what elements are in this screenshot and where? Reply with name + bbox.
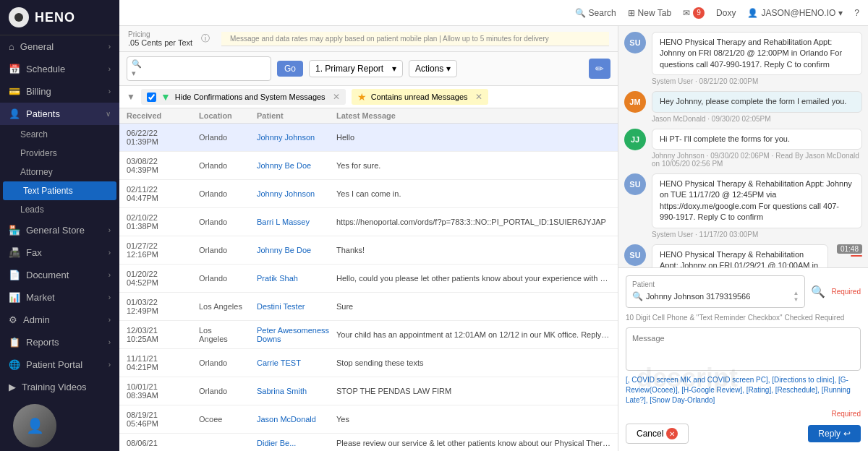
filter-hide-confirmations[interactable]: ▼ Hide Confirmations and System Messages… <box>141 89 346 105</box>
sidebar-item-search[interactable]: Search <box>0 125 119 144</box>
table-header: Received Location Patient Latest Message <box>119 108 618 124</box>
search-button[interactable]: 🔍 Search <box>575 8 616 18</box>
logo-text: HENO <box>35 10 75 25</box>
filter-expand-arrow[interactable]: ▼ <box>127 92 135 102</box>
cell-patient[interactable]: Jason McDonald <box>257 415 336 424</box>
cell-patient[interactable]: Barri L Massey <box>257 218 336 226</box>
toolbar: 🔍▾ Go 1. Primary Report ▾ Actions ▾ ✏ <box>119 52 618 86</box>
chevron-down-icon: ∨ <box>106 110 111 118</box>
calendar-icon: 📅 <box>9 64 20 74</box>
chevron-right-icon: › <box>109 249 111 257</box>
compose-button[interactable]: ✏ <box>589 59 610 79</box>
cell-date: 01/20/2204:52PM <box>127 270 199 287</box>
table-row[interactable]: 01/27/2212:16PM Orlando Johnny Be Doe Th… <box>119 236 618 265</box>
sidebar-item-admin[interactable]: ⚙Admin › <box>0 309 119 331</box>
help-icon: ? <box>854 8 859 18</box>
message-content: Hey Johnny, please complete the form I e… <box>652 91 862 122</box>
report-dropdown[interactable]: 1. Primary Report ▾ <box>309 60 403 77</box>
table-row[interactable]: 08/19/2105:46PM Ocoee Jason McDonald Yes <box>119 405 618 434</box>
new-tab-button[interactable]: ⊞ New Tab <box>628 8 671 18</box>
search-input[interactable] <box>148 64 266 73</box>
cell-location: Ocoee <box>199 415 257 424</box>
filter-unread-messages[interactable]: ★ Contains unread Messages ✕ <box>352 89 488 105</box>
cell-message: STOP THE PENDAS LAW FIRM <box>336 387 610 395</box>
compose-icon: ✏ <box>595 63 604 74</box>
document-icon: 📄 <box>9 270 20 280</box>
cell-date: 08/06/21 <box>127 439 199 447</box>
cell-patient[interactable]: Johnny Johnson <box>257 189 336 198</box>
message-textarea[interactable] <box>626 327 861 371</box>
messages-button[interactable]: ✉ 9 <box>683 7 705 19</box>
table-row[interactable]: 12/03/2110:25AM LosAngeles Peter Awesome… <box>119 321 618 349</box>
sidebar-item-document[interactable]: 📄Document › <box>0 264 119 286</box>
market-icon: 📊 <box>9 292 20 303</box>
cell-patient[interactable]: Peter Awesomeness Downs <box>257 326 336 343</box>
cell-patient[interactable]: Destini Tester <box>257 302 336 311</box>
doxy-button[interactable]: Doxy <box>716 8 736 18</box>
required-label-2: Required <box>831 410 861 418</box>
cell-patient[interactable]: Didier Be... <box>257 439 336 447</box>
sidebar-item-market[interactable]: 📊Market › <box>0 286 119 309</box>
cell-location: Orlando <box>199 161 257 170</box>
filter-close-2[interactable]: ✕ <box>475 92 482 102</box>
chevron-right-icon: › <box>109 361 111 369</box>
search-field[interactable]: 🔍▾ <box>127 56 271 81</box>
table-row[interactable]: 03/08/2204:39PM Orlando Johnny Be Doe Ye… <box>119 152 618 180</box>
sidebar-item-general[interactable]: ⌂General › <box>0 35 119 58</box>
filter-row: ▼ ▼ Hide Confirmations and System Messag… <box>119 86 618 108</box>
sidebar-item-general-store[interactable]: 🏪General Store › <box>0 219 119 241</box>
sidebar-item-providers[interactable]: Providers <box>0 144 119 163</box>
user-menu[interactable]: 👤 JASON@HENO.IO ▾ <box>747 8 843 18</box>
cell-patient[interactable]: Johnny Johnson <box>257 133 336 142</box>
go-button[interactable]: Go <box>277 61 303 77</box>
table-row[interactable]: 02/10/2201:38PM Orlando Barri L Massey h… <box>119 208 618 236</box>
table-row[interactable]: 10/01/2108:39AM Orlando Sabrina Smith ST… <box>119 377 618 405</box>
sidebar-item-schedule[interactable]: 📅Schedule › <box>0 58 119 80</box>
cell-patient[interactable]: Johnny Be Doe <box>257 246 336 254</box>
home-icon: ⌂ <box>9 41 14 52</box>
sidebar-item-patients[interactable]: 👤Patients ∨ <box>0 103 119 125</box>
cancel-button[interactable]: Cancel ✕ <box>626 424 689 444</box>
table-row[interactable]: 08/06/21 Didier Be... Please review our … <box>119 434 618 451</box>
cell-location: Orlando <box>199 218 257 226</box>
sidebar-item-patient-portal[interactable]: 🌐Patient Portal › <box>0 353 119 376</box>
patients-icon: 👤 <box>9 108 20 119</box>
cell-date: 01/27/2212:16PM <box>127 241 199 259</box>
cell-patient[interactable]: Sabrina Smith <box>257 387 336 395</box>
reply-button[interactable]: Reply ↩ <box>808 425 861 442</box>
table-row[interactable]: 01/03/2212:49PM Los Angeles Destini Test… <box>119 293 618 321</box>
sidebar-item-billing[interactable]: 💳Billing › <box>0 80 119 103</box>
chevron-right-icon: › <box>109 316 111 324</box>
message-avatar: SU <box>624 173 646 195</box>
table-row[interactable]: 06/22/2201:39PM Orlando Johnny Johnson H… <box>119 124 618 152</box>
filter-checkbox-1[interactable] <box>147 93 156 102</box>
cell-location: Orlando <box>199 387 257 395</box>
table-row[interactable]: 02/11/2204:47PM Orlando Johnny Johnson Y… <box>119 180 618 208</box>
table-row[interactable]: 11/11/2104:21PM Orlando Carrie TEST Stop… <box>119 349 618 377</box>
svg-point-0 <box>14 13 23 22</box>
user-icon: 👤 <box>747 8 758 18</box>
sidebar-item-leads[interactable]: Leads <box>0 200 119 219</box>
filter-close-1[interactable]: ✕ <box>333 92 340 102</box>
message-bubble: SU HENO Physical Therapy & Rehabilitatio… <box>624 173 862 239</box>
pricing-info: ⓘ <box>201 33 210 45</box>
cell-patient[interactable]: Johnny Be Doe <box>257 161 336 170</box>
sidebar-item-attorney[interactable]: Attorney <box>0 163 119 181</box>
sidebar-item-training[interactable]: ▶Training Videos <box>0 376 119 398</box>
video-icon: ▶ <box>9 382 16 392</box>
table-row[interactable]: 01/20/2204:52PM Orlando Pratik Shah Hell… <box>119 265 618 293</box>
cell-date: 03/08/2204:39PM <box>127 157 199 174</box>
sidebar-item-fax[interactable]: 📠Fax › <box>0 241 119 264</box>
patient-search-action-icon[interactable]: 🔍 <box>811 285 825 298</box>
help-button[interactable]: ? <box>854 8 859 18</box>
chevron-right-icon: › <box>109 271 111 279</box>
cell-patient[interactable]: Pratik Shah <box>257 274 336 283</box>
col-received: Received <box>127 111 199 120</box>
message-avatar: SU <box>624 244 646 266</box>
shortcuts-bar[interactable]: [, COVID screen MK and COVID screen PC],… <box>626 375 861 405</box>
sidebar-item-text-patients[interactable]: Text Patients <box>3 181 116 200</box>
cell-patient[interactable]: Carrie TEST <box>257 358 336 367</box>
sidebar-item-reports[interactable]: 📋Reports › <box>0 331 119 353</box>
actions-dropdown[interactable]: Actions ▾ <box>409 60 457 77</box>
tab-icon: ⊞ <box>628 8 635 18</box>
